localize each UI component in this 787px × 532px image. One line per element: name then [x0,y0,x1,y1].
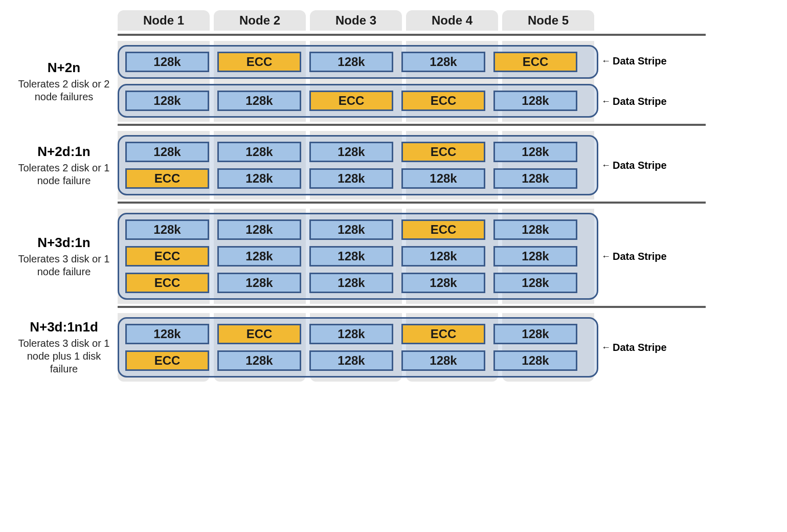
ecc-block: ECC [217,52,301,72]
data-block: 128k [125,324,209,344]
divider [118,34,706,36]
data-stripe: 128k128k128kECC128kECC128k128k128k128kEC… [118,213,598,300]
data-block: 128k [401,246,485,267]
data-block: 128k [125,52,209,72]
data-block: 128k [217,168,301,189]
ecc-block: ECC [401,142,485,162]
arrow-left-icon: ← [601,342,611,353]
divider [118,202,706,204]
ecc-block: ECC [493,52,577,72]
data-block: 128k [493,350,577,371]
ecc-block: ECC [125,246,209,267]
data-block: 128k [217,273,301,293]
data-block: 128k [493,246,577,267]
scheme-description: Tolerates 3 disk or 1 node failure [14,253,114,278]
arrow-left-icon: ← [601,251,611,262]
data-block: 128k [493,168,577,189]
protection-section: N+3d:1nTolerates 3 disk or 1 node failur… [10,209,695,304]
divider [118,124,706,126]
scheme-title: N+2d:1n [14,144,114,160]
data-block: 128k [125,219,209,240]
data-block: 128k [401,52,485,72]
node-header-4: Node 4 [406,10,498,31]
stripe-label: ←Data Stripe [601,149,685,182]
data-block: 128k [493,273,577,293]
data-block: 128k [309,273,393,293]
stripe-label: ←Data Stripe [601,43,685,80]
node-headers: Node 1 Node 2 Node 3 Node 4 Node 5 [118,10,598,31]
arrow-left-icon: ← [601,96,611,107]
node-header-1: Node 1 [118,10,210,31]
data-block: 128k [493,324,577,344]
ecc-block: ECC [401,324,485,344]
ecc-block: ECC [125,273,209,293]
data-block: 128k [309,350,393,371]
data-block: 128k [493,142,577,162]
node-header-2: Node 2 [214,10,306,31]
stripe-label: ←Data Stripe [601,331,685,364]
data-block: 128k [309,168,393,189]
scheme-description: Tolerates 2 disk or 1 node failure [14,162,114,187]
data-block: 128k [309,324,393,344]
data-stripe: 128k128k128kECC128kECC128k128k128k128k [118,135,598,195]
node-header-5: Node 5 [502,10,594,31]
ecc-block: ECC [125,168,209,189]
data-block: 128k [125,142,209,162]
arrow-left-icon: ← [601,56,611,66]
header-row: Node 1 Node 2 Node 3 Node 4 Node 5 [10,10,695,31]
data-block: 128k [125,91,209,111]
protection-section: N+2d:1nTolerates 2 disk or 1 node failur… [10,131,695,199]
scheme-description: Tolerates 2 disk or 2 node failures [14,78,114,103]
data-stripe: 128kECC128kECC128kECC128k128k128k128k [118,317,598,378]
scheme-description: Tolerates 3 disk or 1 node plus 1 disk f… [14,337,114,375]
data-block: 128k [217,350,301,371]
scheme-title: N+2n [14,60,114,76]
data-stripe: 128kECC128k128kECC [118,45,598,79]
data-block: 128k [309,142,393,162]
node-header-3: Node 3 [310,10,402,31]
data-block: 128k [401,273,485,293]
scheme-title: N+3d:1n [14,235,114,251]
data-block: 128k [217,91,301,111]
protection-section: N+3d:1n1dTolerates 3 disk or 1 node plus… [10,313,695,382]
data-block: 128k [493,219,577,240]
ecc-block: ECC [401,219,485,240]
scheme-title: N+3d:1n1d [14,319,114,335]
ecc-block: ECC [401,91,485,111]
ecc-block: ECC [125,350,209,371]
arrow-left-icon: ← [601,160,611,171]
data-block: 128k [401,350,485,371]
data-block: 128k [217,142,301,162]
ecc-block: ECC [309,91,393,111]
protection-scheme-diagram: Node 1 Node 2 Node 3 Node 4 Node 5 N+2nT… [10,10,695,382]
data-block: 128k [493,91,577,111]
stripe-label: ←Data Stripe [601,240,685,273]
data-block: 128k [401,168,485,189]
divider [118,306,706,308]
data-block: 128k [309,219,393,240]
data-stripe: 128k128kECCECC128k [118,84,598,118]
data-block: 128k [217,246,301,267]
data-block: 128k [217,219,301,240]
ecc-block: ECC [217,324,301,344]
stripe-label: ←Data Stripe [601,83,685,120]
data-block: 128k [309,246,393,267]
data-block: 128k [309,52,393,72]
protection-section: N+2nTolerates 2 disk or 2 node failures1… [10,41,695,122]
